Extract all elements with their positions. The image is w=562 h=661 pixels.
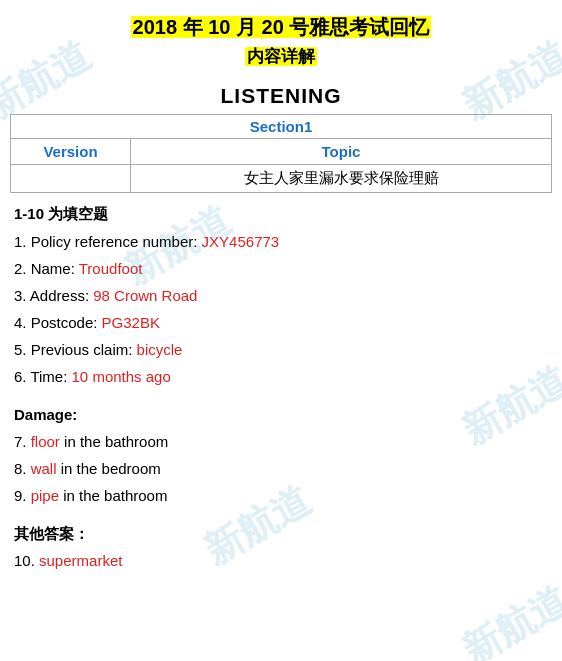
title-main-row: 2018 年 10 月 20 号雅思考试回忆 — [10, 14, 552, 41]
q9-suffix: in the bathroom — [63, 487, 167, 504]
content-area: 1-10 为填空题 1. Policy reference number: JX… — [0, 193, 562, 586]
q8-num: 8. — [14, 460, 31, 477]
q5-text: Previous claim: — [31, 341, 137, 358]
q1: 1. Policy reference number: JXY456773 — [14, 230, 548, 254]
topic-header: Topic — [131, 139, 552, 165]
q2: 2. Name: Troudfoot — [14, 257, 548, 281]
q10: 10. supermarket — [14, 549, 548, 573]
q1-answer: JXY456773 — [202, 233, 280, 250]
q3-num: 3. — [14, 287, 30, 304]
range-label: 1-10 为填空题 — [14, 205, 548, 224]
damage-label-text: Damage: — [14, 406, 77, 423]
q3: 3. Address: 98 Crown Road — [14, 284, 548, 308]
q1-num: 1. — [14, 233, 31, 250]
q4: 4. Postcode: PG32BK — [14, 311, 548, 335]
section-header-row: Section1 — [11, 115, 552, 139]
q4-num: 4. — [14, 314, 31, 331]
q8-suffix: in the bedroom — [61, 460, 161, 477]
damage-label: Damage: — [14, 403, 548, 427]
q5-answer: bicycle — [137, 341, 183, 358]
q5: 5. Previous claim: bicycle — [14, 338, 548, 362]
version-cell — [11, 165, 131, 193]
q9-num: 9. — [14, 487, 31, 504]
q2-answer: Troudfoot — [79, 260, 143, 277]
q10-answer: supermarket — [39, 552, 122, 569]
title-main: 2018 年 10 月 20 号雅思考试回忆 — [131, 16, 432, 38]
q5-num: 5. — [14, 341, 31, 358]
q8-answer: wall — [31, 460, 57, 477]
q8: 8. wall in the bedroom — [14, 457, 548, 481]
section-header-cell: Section1 — [11, 115, 552, 139]
q6-text: Time: — [30, 368, 71, 385]
q6: 6. Time: 10 months ago — [14, 365, 548, 389]
title-sub: 内容详解 — [245, 47, 317, 66]
q1-text: Policy reference number: — [31, 233, 202, 250]
question-items: 1. Policy reference number: JXY456773 2.… — [14, 230, 548, 389]
q7-num: 7. — [14, 433, 31, 450]
title-sub-row: 内容详解 — [10, 45, 552, 68]
q9-answer: pipe — [31, 487, 59, 504]
q7-answer: floor — [31, 433, 60, 450]
q10-num: 10. — [14, 552, 39, 569]
q3-text: Address: — [30, 287, 93, 304]
q6-answer: 10 months ago — [72, 368, 171, 385]
section-table: Section1 Version Topic 女主人家里漏水要求保险理赔 — [10, 114, 552, 193]
q9: 9. pipe in the bathroom — [14, 484, 548, 508]
other-section: 其他答案： 10. supermarket — [14, 522, 548, 573]
header: 2018 年 10 月 20 号雅思考试回忆 内容详解 — [0, 0, 562, 74]
version-header: Version — [11, 139, 131, 165]
col-header-row: Version Topic — [11, 139, 552, 165]
other-label: 其他答案： — [14, 522, 548, 546]
listening-label: LISTENING — [0, 84, 562, 108]
q2-text: Name: — [31, 260, 79, 277]
q7-suffix: in the bathroom — [64, 433, 168, 450]
q4-text: Postcode: — [31, 314, 102, 331]
topic-row: 女主人家里漏水要求保险理赔 — [11, 165, 552, 193]
q6-num: 6. — [14, 368, 30, 385]
watermark-6: 新航道 — [453, 575, 562, 661]
q3-answer: 98 Crown Road — [93, 287, 197, 304]
q2-num: 2. — [14, 260, 31, 277]
q7: 7. floor in the bathroom — [14, 430, 548, 454]
q4-answer: PG32BK — [102, 314, 160, 331]
topic-value-cell: 女主人家里漏水要求保险理赔 — [131, 165, 552, 193]
table-wrapper: Section1 Version Topic 女主人家里漏水要求保险理赔 — [10, 114, 552, 193]
damage-section: Damage: 7. floor in the bathroom 8. wall… — [14, 403, 548, 508]
